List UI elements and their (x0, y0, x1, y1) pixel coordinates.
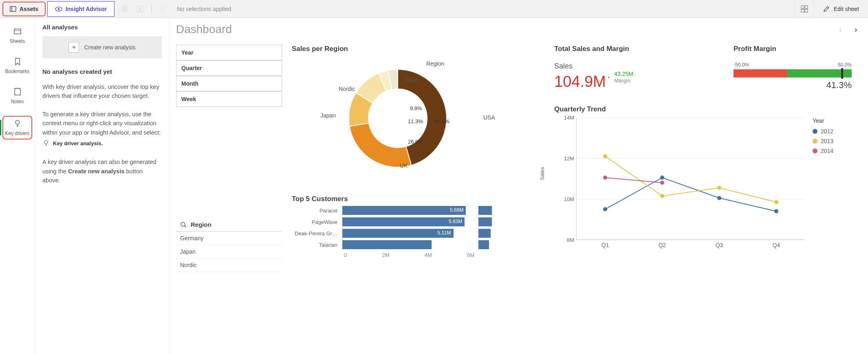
sales-label: Sales (554, 62, 709, 71)
region-item[interactable]: Nordic (176, 259, 282, 272)
legend-title: Year (813, 117, 833, 124)
svg-rect-6 (137, 6, 143, 12)
edit-sheet-button[interactable]: Edit sheet (814, 0, 868, 18)
smart-search-icon[interactable] (120, 4, 129, 13)
create-analysis-button[interactable]: + Create new analysis (42, 36, 162, 58)
donut-pct-label: 11.3% (408, 118, 423, 124)
trend-y-tick: 12M (555, 155, 574, 162)
next-sheet-button[interactable]: › (850, 24, 861, 35)
kpi-bullet-1: · (607, 71, 610, 83)
prev-sheet-button[interactable]: ‹ (835, 24, 846, 35)
bar-axis-tick: 0 (344, 252, 347, 258)
panel-icon (10, 6, 16, 12)
svg-point-5 (123, 7, 126, 10)
donut-label: Japan (320, 112, 336, 119)
svg-line-22 (185, 226, 186, 228)
edit-sheet-label: Edit sheet (834, 6, 859, 12)
filter-quarter[interactable]: Quarter (176, 60, 282, 76)
gauge-bar[interactable] (734, 69, 852, 77)
svg-rect-12 (805, 9, 808, 12)
bar-label: PageWave (292, 219, 341, 225)
svg-rect-10 (805, 6, 808, 9)
left-nav: Sheets Bookmarks Notes Key drivers (0, 18, 35, 354)
svg-rect-15 (15, 88, 20, 95)
bar-label: Paracel (292, 208, 341, 214)
legend-item[interactable]: 2014 (813, 148, 833, 154)
svg-rect-9 (801, 6, 804, 9)
donut-pct-label: 26.9% (408, 139, 423, 145)
nav-sheets-label: Sheets (10, 38, 25, 44)
nav-key-drivers-label: Key drivers (5, 131, 29, 136)
donut-chart[interactable]: RegionUSAUKJapanNordicSpain 45.5%26.9%11… (292, 53, 544, 184)
region-item[interactable]: Japan (176, 245, 282, 259)
nav-sheets[interactable]: Sheets (0, 25, 35, 46)
bar-axis-tick: 4M (425, 252, 432, 258)
no-analyses-heading: No analyses created yet (42, 68, 162, 75)
profit-margin-title: Profit Margin (734, 45, 852, 53)
plus-icon: + (68, 42, 79, 53)
trend-legend: Year 201220132014 (813, 117, 833, 240)
nav-notes-label: Notes (11, 99, 24, 104)
nav-key-drivers[interactable]: Key drivers (2, 116, 32, 139)
page-title: Dashboard (176, 23, 232, 36)
filter-week[interactable]: Week (176, 91, 282, 107)
insight-label: Insight Advisor (66, 6, 107, 12)
legend-item[interactable]: 2013 (813, 138, 833, 144)
region-item[interactable]: Germany (176, 232, 282, 245)
donut-label: Spain (404, 77, 419, 83)
donut-label: USA (483, 114, 495, 121)
trend-x-tick: Q3 (716, 242, 723, 248)
region-filter-label: Region (191, 221, 211, 228)
assets-button[interactable]: Assets (2, 2, 46, 16)
selection-tools: No selections applied (120, 4, 231, 13)
donut-pct-label: 45.5% (434, 118, 449, 124)
sheet-grid-button[interactable] (795, 0, 814, 18)
svg-rect-11 (801, 9, 804, 12)
trend-line-chart[interactable]: 14M12M10M8MQ1Q2Q3Q4 (576, 117, 804, 240)
legend-item[interactable]: 2012 (813, 128, 833, 135)
bar-axis-tick: 6M (467, 252, 474, 258)
assets-label: Assets (20, 6, 38, 12)
topbar: Assets Insight Advisor No selections app… (0, 0, 868, 18)
trend-x-tick: Q4 (773, 242, 780, 248)
region-search[interactable]: Region (176, 218, 282, 232)
donut-label: Nordic (339, 86, 355, 92)
analyses-paragraph-1: With key driver analysis, uncover the to… (42, 82, 162, 101)
analyses-paragraph-3: A key driver analysis can also be genera… (42, 157, 162, 185)
step-back-icon[interactable] (136, 4, 145, 13)
nav-bookmarks[interactable]: Bookmarks (0, 55, 35, 76)
analyses-title: All analyses (42, 24, 162, 31)
donut-label: UK (400, 162, 408, 169)
nav-notes[interactable]: Notes (0, 86, 35, 106)
filter-year[interactable]: Year (176, 45, 282, 60)
analyses-paragraph-2: To generate a key driver analysis, use t… (42, 110, 162, 137)
nav-bookmarks-label: Bookmarks (5, 69, 29, 74)
key-drivers-icon (13, 119, 22, 128)
trend-y-tick: 10M (555, 196, 574, 202)
gauge-low: -50.0% (734, 62, 749, 68)
create-analysis-label: Create new analysis (84, 44, 135, 51)
eye-icon (55, 5, 62, 13)
profit-margin-value: 41.3% (734, 80, 852, 91)
no-selections-text: No selections applied (177, 6, 231, 12)
filter-column: YearQuarterMonthWeek Region GermanyJapan… (176, 45, 282, 272)
svg-point-20 (44, 141, 48, 144)
region-filter: Region GermanyJapanNordic (176, 218, 282, 272)
sales-per-region-title: Sales per Region (292, 45, 544, 53)
margin-value: 43.25M (614, 71, 633, 77)
trend-title: Quarterly Trend (554, 105, 861, 113)
insight-advisor-button[interactable]: Insight Advisor (47, 1, 115, 17)
svg-rect-0 (10, 7, 16, 11)
notes-icon (13, 87, 22, 96)
top5-bar-chart[interactable]: Paracel5.69MPageWave5.63MDeak-Perera Gr…… (292, 205, 544, 258)
sheets-icon (13, 27, 22, 36)
svg-rect-13 (14, 29, 21, 34)
trend-x-tick: Q2 (659, 242, 666, 248)
svg-point-21 (181, 222, 185, 226)
kd-analysis-text: Key driver analysis. (53, 140, 103, 146)
bar-label: Deak-Perera Gr… (292, 230, 341, 237)
clear-selections-icon[interactable] (158, 4, 167, 13)
trend-y-tick: 14M (555, 115, 574, 121)
bar-axis-tick: 2M (382, 252, 389, 258)
filter-month[interactable]: Month (176, 76, 282, 91)
